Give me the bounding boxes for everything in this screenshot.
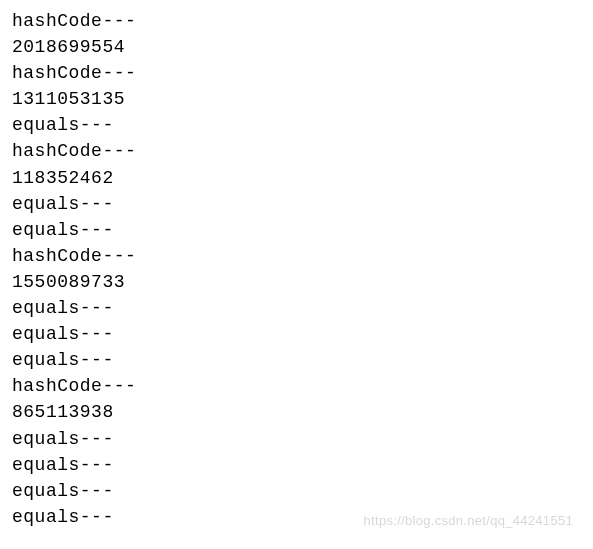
log-line: hashCode---	[12, 243, 581, 269]
log-line: 1550089733	[12, 269, 581, 295]
log-line: hashCode---	[12, 373, 581, 399]
log-line: equals---	[12, 191, 581, 217]
log-line: equals---	[12, 217, 581, 243]
log-line: hashCode---	[12, 60, 581, 86]
log-line: equals---	[12, 426, 581, 452]
log-line: equals---	[12, 478, 581, 504]
log-line: 865113938	[12, 399, 581, 425]
log-line: equals---	[12, 321, 581, 347]
log-line: hashCode---	[12, 138, 581, 164]
log-line: equals---	[12, 452, 581, 478]
log-line: equals---	[12, 347, 581, 373]
log-line: equals---	[12, 504, 581, 530]
log-line: 2018699554	[12, 34, 581, 60]
log-line: 118352462	[12, 165, 581, 191]
log-line: equals---	[12, 112, 581, 138]
log-line: hashCode---	[12, 8, 581, 34]
log-line: 1311053135	[12, 86, 581, 112]
console-output: hashCode---2018699554hashCode---13110531…	[12, 8, 581, 530]
log-line: equals---	[12, 295, 581, 321]
